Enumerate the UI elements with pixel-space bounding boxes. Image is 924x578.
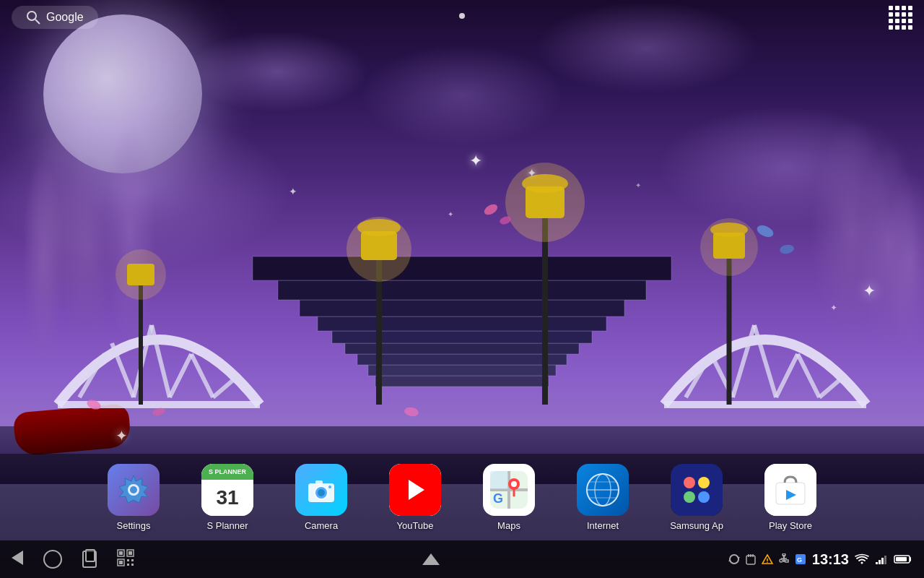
- playstore-icon-img: [764, 464, 816, 516]
- svg-point-77: [684, 477, 695, 488]
- apps-grid-button[interactable]: [889, 6, 912, 30]
- sd-card-icon: [746, 553, 756, 565]
- svg-text:G: G: [797, 556, 802, 564]
- qr-icon: [117, 549, 134, 566]
- samsung-apps-icon: [678, 471, 715, 509]
- svg-line-11: [733, 325, 754, 397]
- svg-rect-85: [128, 551, 132, 555]
- svg-rect-24: [253, 256, 671, 280]
- svg-point-48: [482, 202, 499, 217]
- wifi-icon: [855, 553, 869, 565]
- app-icon-playstore[interactable]: Play Store: [751, 464, 830, 531]
- svg-rect-90: [131, 559, 134, 561]
- svg-rect-110: [881, 558, 884, 564]
- maps-icon-img: G: [483, 464, 535, 516]
- svg-rect-16: [375, 376, 549, 387]
- google-label: Google: [46, 11, 84, 24]
- svg-rect-104: [785, 560, 788, 562]
- svg-point-53: [779, 243, 795, 254]
- page-indicator: [459, 13, 465, 19]
- svg-rect-87: [119, 561, 123, 564]
- app-icon-maps[interactable]: G Maps: [469, 464, 549, 531]
- samsung-icon-img: [671, 464, 723, 516]
- svg-rect-108: [876, 562, 878, 564]
- svg-point-100: [767, 562, 767, 563]
- svg-point-54: [404, 406, 419, 417]
- svg-text:✦: ✦: [830, 303, 837, 313]
- svg-point-36: [700, 218, 758, 276]
- settings-label: Settings: [117, 520, 151, 531]
- app-icon-samsung[interactable]: Samsung Ap: [657, 464, 736, 531]
- maps-label: Maps: [497, 520, 520, 531]
- home-button[interactable]: [43, 550, 62, 569]
- svg-text:✦: ✦: [469, 152, 482, 170]
- location-icon: G: [795, 553, 806, 565]
- svg-rect-17: [368, 365, 556, 376]
- svg-text:✦: ✦: [448, 210, 453, 218]
- svg-point-62: [318, 489, 325, 496]
- svg-point-28: [346, 217, 411, 282]
- svg-marker-93: [728, 559, 731, 561]
- svg-line-15: [819, 376, 845, 397]
- splanner-icon-img: S PLANNER 31: [201, 464, 253, 516]
- sync-icon: [728, 553, 740, 565]
- svg-point-103: [780, 559, 783, 562]
- svg-text:✦: ✦: [116, 428, 128, 444]
- status-time: 13:13: [812, 551, 849, 568]
- up-arrow: [422, 553, 440, 565]
- app-icon-internet[interactable]: Internet: [563, 464, 642, 531]
- svg-rect-97: [752, 554, 754, 557]
- svg-rect-111: [884, 556, 886, 564]
- svg-point-52: [755, 223, 775, 240]
- svg-point-79: [684, 491, 695, 503]
- svg-point-50: [86, 398, 103, 411]
- svg-rect-67: [490, 471, 508, 489]
- status-center[interactable]: [422, 553, 440, 565]
- app-icon-camera[interactable]: Camera: [282, 464, 361, 531]
- status-right: G 13:13: [728, 551, 912, 568]
- svg-rect-95: [748, 554, 749, 557]
- samsung-label: Samsung Ap: [670, 520, 723, 531]
- nav-buttons: [12, 549, 134, 569]
- svg-point-80: [698, 491, 710, 503]
- svg-point-78: [698, 477, 710, 488]
- svg-point-64: [328, 486, 331, 488]
- svg-rect-109: [879, 560, 881, 564]
- svg-text:✦: ✦: [863, 282, 876, 300]
- svg-rect-89: [127, 564, 129, 566]
- app-dock: Settings S PLANNER 31 S Planner: [0, 454, 924, 540]
- app-icon-youtube[interactable]: YouTube: [375, 464, 455, 531]
- svg-rect-63: [315, 480, 323, 485]
- playstore-label: Play Store: [769, 520, 812, 531]
- svg-point-69: [511, 481, 517, 487]
- svg-line-5: [170, 354, 191, 397]
- gear-icon: [116, 473, 151, 507]
- internet-label: Internet: [587, 520, 619, 531]
- globe-icon: [585, 472, 621, 508]
- maps-icon: G: [487, 468, 531, 512]
- svg-rect-88: [127, 559, 129, 561]
- recents-button[interactable]: [82, 551, 97, 568]
- battery-icon: [894, 554, 912, 564]
- status-bar: G 13:13: [0, 540, 924, 578]
- app-icon-settings[interactable]: Settings: [94, 464, 173, 531]
- alert-icon: [762, 553, 773, 565]
- camera-icon-img: [295, 464, 347, 516]
- back-button[interactable]: [12, 551, 23, 568]
- google-search[interactable]: Google: [12, 6, 98, 29]
- svg-line-7: [213, 376, 238, 397]
- svg-point-59: [130, 486, 137, 493]
- app-icon-splanner[interactable]: S PLANNER 31 S Planner: [188, 464, 267, 531]
- svg-rect-20: [332, 331, 592, 343]
- svg-text:✦: ✦: [289, 186, 297, 197]
- camera-label: Camera: [305, 520, 338, 531]
- svg-text:✦: ✦: [635, 181, 641, 189]
- svg-rect-91: [131, 564, 134, 566]
- svg-rect-113: [896, 557, 907, 561]
- svg-rect-23: [278, 280, 646, 300]
- signal-icon: [875, 553, 888, 565]
- svg-line-13: [776, 354, 798, 397]
- internet-icon-img: [577, 464, 629, 516]
- qr-button[interactable]: [117, 549, 134, 569]
- youtube-label: YouTube: [396, 520, 433, 531]
